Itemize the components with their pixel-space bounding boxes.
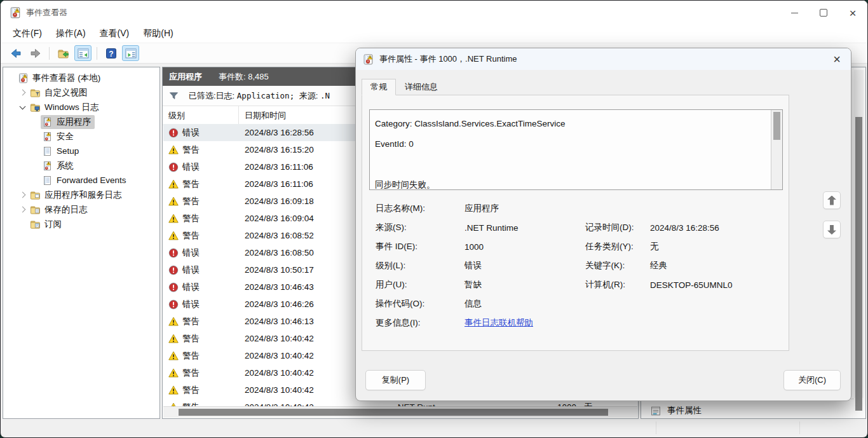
description-scrollbar-thumb[interactable] — [773, 112, 780, 140]
field-label: 记录时间(D): — [585, 222, 650, 233]
description-line — [375, 154, 766, 175]
tree: 事件查看器 (本地)自定义视图Windows 日志应用程序安全Setup系统Fo… — [3, 67, 159, 231]
field-label: 用户(U): — [376, 279, 465, 291]
horizontal-scrollbar-thumb[interactable] — [179, 409, 608, 416]
event-fields: 日志名称(M):应用程序来源(S):.NET Runtime记录时间(D):20… — [376, 199, 783, 332]
error-icon — [168, 248, 179, 258]
back-icon — [10, 47, 22, 60]
event-description-box[interactable]: Category: ClassIsland.Services.ExactTime… — [369, 109, 783, 190]
tree-item-订阅[interactable]: 订阅 — [3, 217, 159, 231]
statusbar-separator — [799, 421, 800, 434]
event-level: 警告 — [182, 179, 245, 190]
menu-item[interactable]: 操作(A) — [49, 28, 93, 39]
event-level: 错误 — [182, 161, 245, 173]
event-log-online-help-link[interactable]: 事件日志联机帮助 — [465, 318, 533, 327]
list-panel-title: 应用程序 — [169, 71, 202, 83]
tree-item-Windows 日志[interactable]: Windows 日志 — [3, 100, 159, 114]
show-console-tree-button[interactable] — [74, 45, 92, 61]
minimize-button[interactable] — [780, 1, 809, 25]
folder-filter-icon — [30, 88, 41, 98]
description-line: EventId: 0 — [375, 134, 766, 154]
warning-icon — [168, 317, 179, 327]
field-value[interactable]: 事件日志联机帮助 — [465, 317, 585, 329]
tree-item-安全[interactable]: 安全 — [3, 129, 159, 144]
tree-spacer — [6, 73, 17, 83]
console-tree-panel: 事件查看器 (本地)自定义视图Windows 日志应用程序安全Setup系统Fo… — [3, 67, 160, 419]
warning-icon — [168, 214, 179, 224]
tree-item-系统[interactable]: 系统 — [3, 158, 159, 173]
event-level: 错误 — [182, 264, 245, 276]
tab-常规[interactable]: 常规 — [362, 79, 396, 95]
copy-button[interactable]: 复制(P) — [365, 370, 426, 390]
tree-collapsed-chevron-icon[interactable] — [18, 205, 29, 215]
close-button[interactable]: × — [838, 1, 867, 25]
event-level: 错误 — [182, 299, 245, 310]
warning-icon — [168, 368, 179, 378]
tree-item-应用程序[interactable]: 应用程序 — [3, 114, 159, 129]
field-label: 来源(S): — [376, 222, 465, 233]
folder-apps-icon — [30, 190, 41, 200]
tree-spacer — [30, 161, 41, 171]
forward-button[interactable] — [27, 45, 44, 61]
event-level: 警告 — [182, 230, 245, 242]
show-action-pane-button[interactable] — [122, 45, 139, 61]
forward-icon — [29, 47, 42, 60]
actions-vertical-scrollbar[interactable] — [854, 70, 864, 398]
field-value: 1000 — [465, 242, 585, 252]
description-scrollbar[interactable] — [771, 110, 782, 189]
horizontal-scrollbar[interactable] — [163, 406, 637, 418]
tree-item-label: 事件查看器 (本地) — [32, 72, 100, 84]
tree-spacer — [30, 175, 41, 186]
dialog-close-icon: × — [833, 52, 841, 67]
filter-text-part: 来源: — [299, 91, 320, 100]
tree-item-Setup[interactable]: Setup — [3, 144, 159, 158]
show-console-tree-icon — [77, 47, 90, 60]
tree-item-应用程序和服务日志[interactable]: 应用程序和服务日志 — [3, 188, 159, 202]
description-line: 同步时间失败。 — [375, 175, 766, 189]
dialog-close-button[interactable]: × — [823, 48, 851, 70]
event-count: 事件数: 8,485 — [219, 71, 269, 83]
next-event-button[interactable] — [823, 221, 841, 238]
tree-expanded-chevron-icon[interactable] — [18, 102, 29, 113]
dialog-close-action-button[interactable]: 关闭(C) — [783, 370, 841, 390]
toolbar-separator — [97, 47, 97, 60]
action-event-properties[interactable]: 事件属性 — [646, 402, 702, 419]
titlebar: 事件查看器 × — [1, 1, 867, 25]
warning-icon — [168, 351, 179, 361]
previous-event-button[interactable] — [823, 191, 841, 209]
menubar: 文件(F)操作(A)查看(V)帮助(H) — [1, 25, 867, 43]
actions-scrollbar-thumb[interactable] — [855, 117, 862, 411]
tree-item-自定义视图[interactable]: 自定义视图 — [3, 85, 159, 100]
column-header-level[interactable]: 级别 — [163, 106, 239, 125]
back-button[interactable] — [7, 45, 24, 61]
menu-item[interactable]: 文件(F) — [6, 28, 49, 39]
tree-collapsed-chevron-icon[interactable] — [18, 88, 29, 98]
tree-item-Forwarded Events[interactable]: Forwarded Events — [3, 173, 159, 188]
maximize-icon — [820, 9, 827, 17]
field-value: .NET Runtime — [465, 223, 585, 233]
event-level: 警告 — [182, 144, 245, 156]
filter-text-part: 已筛选:日志: — [189, 91, 237, 100]
event-description-text: Category: ClassIsland.Services.ExactTime… — [370, 111, 771, 189]
log-alert-icon — [42, 132, 53, 142]
menu-item[interactable]: 查看(V) — [93, 28, 137, 39]
maximize-button[interactable] — [809, 1, 838, 25]
tree-item-保存的日志[interactable]: 保存的日志 — [3, 202, 159, 217]
tree-item-事件查看器 (本地)[interactable]: 事件查看器 (本地) — [3, 71, 159, 85]
help-icon: ? — [105, 47, 118, 60]
field-label: 任务类别(Y): — [585, 241, 650, 252]
event-viewer-icon — [18, 73, 29, 83]
toolbar-buttons: ? — [6, 45, 140, 61]
menu-item[interactable]: 帮助(H) — [136, 28, 180, 39]
statusbar — [1, 419, 867, 437]
help-button[interactable]: ? — [102, 45, 119, 61]
export-folder-button[interactable] — [55, 45, 72, 61]
tab-详细信息[interactable]: 详细信息 — [396, 79, 447, 95]
field-label: 关键字(K): — [585, 260, 650, 271]
svg-text:?: ? — [109, 49, 113, 58]
tree-collapsed-chevron-icon[interactable] — [18, 190, 29, 200]
event-level: 警告 — [182, 333, 245, 345]
field-label: 日志名称(M): — [376, 203, 465, 214]
tree-item-label: Windows 日志 — [44, 102, 99, 113]
tree-item-label: 订阅 — [44, 219, 62, 230]
